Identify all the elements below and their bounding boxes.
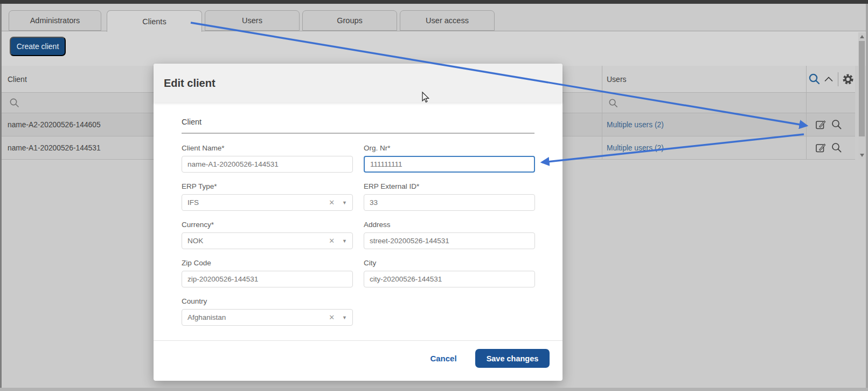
org-nr-field: Org. Nr* xyxy=(364,144,535,173)
section-title-client: Client xyxy=(182,118,202,126)
zip-code-input[interactable] xyxy=(182,271,353,287)
erp-external-id-input[interactable] xyxy=(364,194,535,211)
tab-clients[interactable]: Clients xyxy=(107,10,202,32)
org-nr-label: Org. Nr* xyxy=(364,144,535,154)
clear-icon[interactable]: ✕ xyxy=(329,237,335,245)
client-name-label: Client Name* xyxy=(182,144,353,154)
view-client-search-icon[interactable] xyxy=(831,119,843,131)
client-name-cell: name-A2-20200526-144605 xyxy=(8,113,101,136)
caret-down-icon[interactable]: ▼ xyxy=(342,238,347,244)
toolbar xyxy=(2,31,866,66)
tab-clients-label: Clients xyxy=(142,17,166,26)
currency-select[interactable]: NOK ✕ ▼ xyxy=(182,232,353,249)
address-label: Address xyxy=(364,221,535,230)
currency-label: Currency* xyxy=(182,221,353,230)
users-link[interactable]: Multiple users (2) xyxy=(607,121,664,129)
edit-client-icon[interactable] xyxy=(815,142,827,154)
modal-title: Edit client xyxy=(164,64,216,102)
column-divider xyxy=(602,66,602,160)
edit-client-modal: Edit client Client Client Name* Org. Nr*… xyxy=(154,64,563,381)
window-border-left xyxy=(0,4,2,391)
tab-groups[interactable]: Groups xyxy=(302,10,397,31)
tab-administrators[interactable]: Administrators xyxy=(9,10,101,31)
edit-client-form: Client Name* Org. Nr* ERP Type* IFS ✕ ▼ … xyxy=(182,144,535,326)
gear-icon[interactable] xyxy=(842,73,854,85)
country-label: Country xyxy=(182,297,353,307)
view-client-search-icon[interactable] xyxy=(831,142,843,154)
scrollbar-thumb[interactable] xyxy=(859,41,865,136)
city-input[interactable] xyxy=(364,271,535,287)
city-field: City xyxy=(364,259,535,287)
currency-field: Currency* NOK ✕ ▼ xyxy=(182,221,353,249)
column-header-client: Client xyxy=(8,66,27,92)
clear-icon[interactable]: ✕ xyxy=(329,198,335,207)
tab-administrators-label: Administrators xyxy=(30,16,80,25)
modal-header: Edit client xyxy=(154,64,563,102)
edit-client-icon[interactable] xyxy=(815,119,827,131)
client-name-input[interactable] xyxy=(182,156,353,173)
vertical-scrollbar[interactable] xyxy=(858,32,865,160)
window-border-right xyxy=(866,4,868,391)
column-divider xyxy=(806,66,807,160)
city-label: City xyxy=(364,259,535,269)
scrollbar-up-arrow[interactable] xyxy=(860,35,864,38)
tab-user-access[interactable]: User access xyxy=(400,10,495,31)
client-filter-search-icon[interactable] xyxy=(9,98,20,108)
tab-users-label: Users xyxy=(242,16,262,25)
org-nr-input[interactable] xyxy=(364,156,535,173)
country-select[interactable]: Afghanistan ✕ ▼ xyxy=(182,309,353,326)
erp-external-id-field: ERP External ID* xyxy=(364,182,535,211)
caret-down-icon[interactable]: ▼ xyxy=(342,200,347,205)
column-header-users: Users xyxy=(607,66,627,92)
tab-groups-label: Groups xyxy=(337,16,363,25)
modal-footer-divider xyxy=(154,340,563,341)
address-input[interactable] xyxy=(364,232,535,249)
client-name-cell: name-A1-20200526-144531 xyxy=(8,136,101,159)
erp-type-select[interactable]: IFS ✕ ▼ xyxy=(182,194,353,211)
address-field: Address xyxy=(364,221,535,249)
tab-user-access-label: User access xyxy=(426,16,469,25)
tab-users[interactable]: Users xyxy=(205,10,300,31)
erp-external-id-label: ERP External ID* xyxy=(364,182,535,192)
erp-type-field: ERP Type* IFS ✕ ▼ xyxy=(182,182,353,211)
zip-code-label: Zip Code xyxy=(182,259,353,269)
country-value: Afghanistan xyxy=(188,313,329,321)
section-divider xyxy=(182,133,534,134)
users-filter-search-icon[interactable] xyxy=(608,98,619,108)
erp-type-value: IFS xyxy=(188,198,329,207)
currency-value: NOK xyxy=(188,237,329,245)
client-name-field: Client Name* xyxy=(182,144,353,173)
header-tools-divider xyxy=(838,72,838,86)
caret-down-icon[interactable]: ▼ xyxy=(342,315,347,320)
clear-icon[interactable]: ✕ xyxy=(329,313,335,321)
collapse-chevron-up-icon[interactable] xyxy=(823,74,834,85)
country-field: Country Afghanistan ✕ ▼ xyxy=(182,297,353,326)
table-search-icon[interactable] xyxy=(808,73,821,86)
cancel-button[interactable]: Cancel xyxy=(426,349,461,368)
create-client-button[interactable]: Create client xyxy=(10,37,66,56)
save-changes-button[interactable]: Save changes xyxy=(475,349,550,368)
window-border-bottom xyxy=(0,388,868,391)
erp-type-label: ERP Type* xyxy=(182,182,353,192)
zip-code-field: Zip Code xyxy=(182,259,353,287)
users-link[interactable]: Multiple users (2) xyxy=(607,144,664,152)
scrollbar-down-arrow[interactable] xyxy=(860,154,864,157)
window-border-top xyxy=(0,0,868,4)
